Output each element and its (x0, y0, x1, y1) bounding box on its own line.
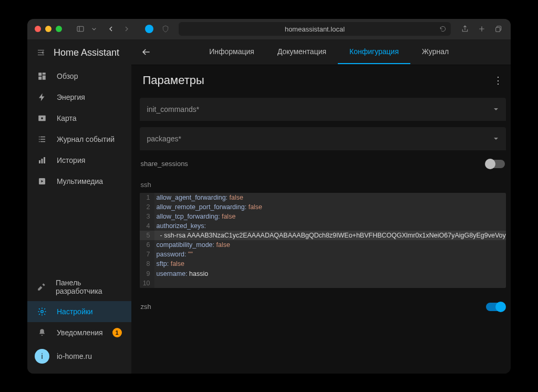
tab-docs[interactable]: Документация (266, 40, 338, 64)
more-menu-icon[interactable]: ⋮ (493, 75, 503, 86)
tab-log[interactable]: Журнал (410, 40, 460, 64)
tabs-row: Информация Документация Конфигурация Жур… (131, 40, 511, 65)
sidebar-item-map[interactable]: Карта (27, 108, 131, 129)
share-sessions-label: share_sessions (141, 160, 188, 168)
sidebar-item-label: Мультимедиа (57, 177, 103, 185)
sidebar: Home Assistant Обзор Энергия Карта Жур (27, 40, 131, 374)
page-title: Параметры (143, 74, 204, 87)
svg-rect-11 (42, 159, 43, 163)
app-title: Home Assistant (54, 47, 119, 58)
svg-rect-4 (38, 73, 42, 76)
close-window-button[interactable] (35, 26, 41, 32)
avatar: i (35, 349, 49, 364)
sidebar-item-label: История (57, 156, 85, 164)
window-controls (35, 26, 62, 32)
svg-point-14 (41, 310, 44, 313)
sidebar-item-devtools[interactable]: Панель разработчика (27, 273, 131, 301)
zsh-label: zsh (141, 303, 151, 311)
tab-info[interactable]: Информация (198, 40, 266, 64)
ssh-section-label: ssh (131, 171, 511, 193)
sidebar-item-settings[interactable]: Настройки (27, 301, 131, 322)
ssh-config-editor[interactable]: 1allow_agent_forwarding: false2allow_rem… (140, 193, 506, 288)
svg-rect-3 (496, 27, 500, 32)
sidebar-item-label: Настройки (57, 307, 93, 316)
forward-button[interactable] (122, 24, 131, 34)
sidebar-item-label: Уведомления (57, 328, 103, 337)
sidebar-toggle-icon[interactable] (76, 24, 85, 34)
svg-point-9 (41, 117, 43, 119)
sidebar-item-user[interactable]: i io-home.ru (27, 343, 131, 369)
chart-icon (37, 156, 47, 165)
dropdown-icon (493, 107, 499, 112)
field-label: packages* (147, 135, 181, 143)
share-icon[interactable] (460, 24, 470, 34)
url-text: homeassistant.local (285, 25, 345, 33)
field-label: init_commands* (147, 105, 200, 114)
tab-label: Информация (209, 47, 254, 56)
dashboard-icon (37, 71, 47, 81)
list-icon (37, 135, 47, 144)
packages-field[interactable]: packages* (140, 127, 506, 150)
hammer-icon (37, 282, 46, 292)
content: Информация Документация Конфигурация Жур… (131, 40, 511, 374)
tab-config[interactable]: Конфигурация (338, 40, 410, 64)
svg-rect-0 (77, 26, 84, 31)
notification-badge: 1 (112, 328, 122, 337)
svg-rect-5 (43, 73, 46, 75)
privacy-shield-icon[interactable] (161, 24, 170, 34)
code-line[interactable]: 2allow_remote_port_forwarding: false (140, 202, 506, 212)
sidebar-item-label: Панель разработчика (56, 278, 122, 295)
init-commands-field[interactable]: init_commands* (140, 98, 506, 121)
sidebar-item-label: Журнал событий (57, 135, 115, 143)
collapse-sidebar-icon[interactable] (36, 48, 46, 57)
code-line[interactable]: 3allow_tcp_forwarding: false (140, 212, 506, 221)
code-line[interactable]: 7password: "" (140, 250, 506, 259)
page-back-button[interactable] (141, 47, 153, 57)
code-line[interactable]: 1allow_agent_forwarding: false (140, 193, 506, 202)
site-favicon (145, 25, 153, 33)
code-line[interactable]: 5 - ssh-rsa AAAAB3NzaC1yc2EAAAADAQABAAAB… (140, 231, 506, 240)
new-tab-icon[interactable] (477, 24, 487, 34)
svg-rect-7 (38, 76, 42, 79)
gear-icon (37, 307, 47, 316)
media-icon (37, 177, 47, 186)
maximize-window-button[interactable] (56, 26, 62, 32)
titlebar: homeassistant.local (27, 19, 511, 40)
share-sessions-toggle[interactable] (486, 160, 505, 168)
code-line[interactable]: 10 (140, 278, 506, 288)
sidebar-item-media[interactable]: Мультимедиа (27, 171, 131, 192)
code-line[interactable]: 9username: hassio (140, 269, 506, 278)
code-line[interactable]: 8sftp: false (140, 259, 506, 269)
sidebar-item-label: Карта (57, 114, 76, 122)
tab-label: Документация (277, 47, 326, 56)
chevron-down-icon[interactable] (89, 24, 99, 34)
sidebar-item-overview[interactable]: Обзор (27, 66, 131, 87)
code-line[interactable]: 6compatibility_mode: false (140, 240, 506, 250)
sidebar-item-history[interactable]: История (27, 150, 131, 171)
sidebar-item-label: io-home.ru (57, 352, 92, 360)
svg-rect-12 (44, 157, 45, 163)
svg-rect-10 (39, 160, 40, 163)
url-field[interactable]: homeassistant.local (179, 22, 451, 36)
svg-rect-6 (43, 75, 46, 79)
sidebar-header: Home Assistant (27, 40, 131, 66)
dropdown-icon (493, 136, 499, 141)
browser-window: homeassistant.local Home Assista (27, 19, 511, 374)
code-line[interactable]: 4authorized_keys: (140, 221, 506, 231)
sidebar-item-label: Обзор (57, 72, 78, 80)
map-icon (37, 114, 47, 123)
back-button[interactable] (106, 24, 116, 34)
minimize-window-button[interactable] (45, 26, 51, 32)
sidebar-item-logbook[interactable]: Журнал событий (27, 129, 131, 150)
bolt-icon (37, 92, 47, 102)
sidebar-item-label: Энергия (57, 93, 85, 101)
zsh-toggle[interactable] (486, 303, 505, 311)
sidebar-item-notifications[interactable]: Уведомления 1 (27, 322, 131, 343)
sidebar-item-energy[interactable]: Энергия (27, 87, 131, 108)
tab-label: Журнал (422, 47, 449, 56)
bell-icon (37, 328, 47, 337)
reload-icon[interactable] (439, 25, 447, 33)
tabs-overview-icon[interactable] (494, 24, 503, 34)
tab-label: Конфигурация (349, 47, 399, 56)
